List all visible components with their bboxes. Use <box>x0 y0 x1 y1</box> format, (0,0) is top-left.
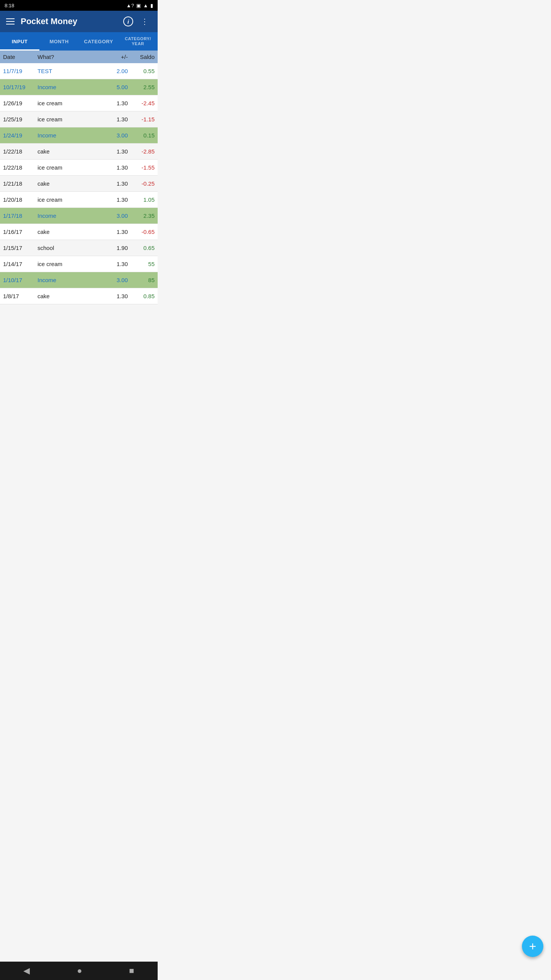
cell-what: Income <box>37 277 101 283</box>
cell-saldo: 85 <box>128 277 155 283</box>
table-header: Date What? +/- Saldo <box>0 51 158 63</box>
cell-saldo: 0.15 <box>128 132 155 139</box>
cell-date: 11/7/19 <box>3 68 37 74</box>
cell-saldo: -0.65 <box>128 229 155 235</box>
cell-date: 1/10/17 <box>3 277 37 283</box>
header-date: Date <box>3 54 37 60</box>
app-title: Pocket Money <box>21 16 117 26</box>
info-button[interactable]: i <box>123 16 133 26</box>
time-display: 8:18 <box>5 3 14 8</box>
table-row[interactable]: 1/24/19 Income 3.00 0.15 <box>0 127 158 144</box>
cell-date: 1/26/19 <box>3 100 37 106</box>
cell-date: 1/14/17 <box>3 261 37 267</box>
table-row[interactable]: 1/26/19 ice cream 1.30 -2.45 <box>0 95 158 111</box>
cell-date: 1/16/17 <box>3 229 37 235</box>
table-row[interactable]: 1/16/17 cake 1.30 -0.65 <box>0 224 158 240</box>
cell-what: TEST <box>37 68 101 74</box>
cell-what: Income <box>37 84 101 90</box>
app-bar: Pocket Money i ⋮ <box>0 11 158 32</box>
signal-icon: ▲ <box>143 3 148 8</box>
more-button[interactable]: ⋮ <box>138 15 152 28</box>
cell-date: 1/22/18 <box>3 164 37 171</box>
cell-plusminus: 1.30 <box>101 116 128 122</box>
cell-what: cake <box>37 229 101 235</box>
header-what: What? <box>37 54 101 60</box>
cell-saldo: 0.65 <box>128 245 155 251</box>
cell-plusminus: 1.30 <box>101 100 128 106</box>
cell-saldo: 2.55 <box>128 84 155 90</box>
cell-plusminus: 1.30 <box>101 261 128 267</box>
cell-plusminus: 1.30 <box>101 196 128 203</box>
cell-plusminus: 5.00 <box>101 84 128 90</box>
header-saldo: Saldo <box>128 54 155 60</box>
cell-what: ice cream <box>37 100 101 106</box>
cell-saldo: -2.45 <box>128 100 155 106</box>
cell-date: 10/17/19 <box>3 84 37 90</box>
cell-what: ice cream <box>37 164 101 171</box>
table-row[interactable]: 1/10/17 Income 3.00 85 <box>0 272 158 288</box>
cell-plusminus: 1.30 <box>101 293 128 299</box>
tab-month[interactable]: MONTH <box>39 32 79 51</box>
tab-input[interactable]: INPUT <box>0 32 39 51</box>
table-row[interactable]: 1/17/18 Income 3.00 2.35 <box>0 208 158 224</box>
table-row[interactable]: 11/7/19 TEST 2.00 0.55 <box>0 63 158 79</box>
table-row[interactable]: 1/8/17 cake 1.30 0.85 <box>0 288 158 304</box>
cell-date: 1/17/18 <box>3 212 37 219</box>
cell-saldo: 0.85 <box>128 293 155 299</box>
cell-what: Income <box>37 132 101 139</box>
cell-date: 1/15/17 <box>3 245 37 251</box>
cell-saldo: 55 <box>128 261 155 267</box>
cell-what: school <box>37 245 101 251</box>
cell-plusminus: 1.30 <box>101 148 128 155</box>
cell-what: ice cream <box>37 116 101 122</box>
table-row[interactable]: 1/22/18 cake 1.30 -2.85 <box>0 144 158 160</box>
table-row[interactable]: 1/20/18 ice cream 1.30 1.05 <box>0 192 158 208</box>
cell-what: cake <box>37 148 101 155</box>
status-time: 8:18 <box>5 3 14 8</box>
tab-category-year[interactable]: CATEGORY/ YEAR <box>118 32 158 51</box>
tab-bar: INPUT MONTH CATEGORY CATEGORY/ YEAR <box>0 32 158 51</box>
cell-saldo: 0.55 <box>128 68 155 74</box>
cell-plusminus: 3.00 <box>101 132 128 139</box>
cell-date: 1/22/18 <box>3 148 37 155</box>
sim-icon: ▣ <box>136 3 141 8</box>
cell-saldo: -1.55 <box>128 164 155 171</box>
cell-date: 1/20/18 <box>3 196 37 203</box>
cell-plusminus: 1.30 <box>101 164 128 171</box>
app-bar-actions: i ⋮ <box>123 15 152 28</box>
table-row[interactable]: 1/21/18 cake 1.30 -0.25 <box>0 176 158 192</box>
cell-plusminus: 3.00 <box>101 277 128 283</box>
table-row[interactable]: 1/22/18 ice cream 1.30 -1.55 <box>0 160 158 176</box>
cell-plusminus: 1.30 <box>101 180 128 187</box>
table-row[interactable]: 10/17/19 Income 5.00 2.55 <box>0 79 158 95</box>
cell-saldo: 2.35 <box>128 212 155 219</box>
status-bar: 8:18 ▲? ▣ ▲ ▮ <box>0 0 158 11</box>
cell-saldo: -1.15 <box>128 116 155 122</box>
cell-saldo: -2.85 <box>128 148 155 155</box>
cell-saldo: 1.05 <box>128 196 155 203</box>
cell-what: ice cream <box>37 196 101 203</box>
tab-category[interactable]: CATEGORY <box>79 32 118 51</box>
cell-date: 1/25/19 <box>3 116 37 122</box>
transaction-list: 11/7/19 TEST 2.00 0.55 10/17/19 Income 5… <box>0 63 158 304</box>
table-row[interactable]: 1/25/19 ice cream 1.30 -1.15 <box>0 111 158 127</box>
cell-date: 1/21/18 <box>3 180 37 187</box>
battery-icon: ▮ <box>150 3 153 8</box>
cell-what: cake <box>37 293 101 299</box>
table-row[interactable]: 1/14/17 ice cream 1.30 55 <box>0 256 158 272</box>
cell-what: Income <box>37 212 101 219</box>
cell-plusminus: 3.00 <box>101 212 128 219</box>
header-plusminus: +/- <box>101 54 128 60</box>
cell-plusminus: 1.30 <box>101 229 128 235</box>
cell-date: 1/24/19 <box>3 132 37 139</box>
cell-saldo: -0.25 <box>128 180 155 187</box>
menu-button[interactable] <box>6 18 15 24</box>
cell-date: 1/8/17 <box>3 293 37 299</box>
table-row[interactable]: 1/15/17 school 1.90 0.65 <box>0 240 158 256</box>
cell-what: cake <box>37 180 101 187</box>
cell-what: ice cream <box>37 261 101 267</box>
cell-plusminus: 2.00 <box>101 68 128 74</box>
status-icons: ▲? ▣ ▲ ▮ <box>126 3 153 8</box>
wifi-icon: ▲? <box>126 3 134 8</box>
cell-plusminus: 1.90 <box>101 245 128 251</box>
